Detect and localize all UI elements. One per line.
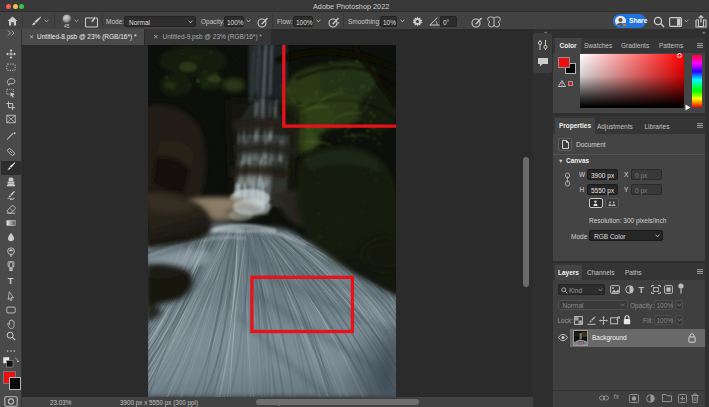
svg-text:T: T [7, 276, 13, 286]
svg-text:T: T [639, 285, 645, 295]
